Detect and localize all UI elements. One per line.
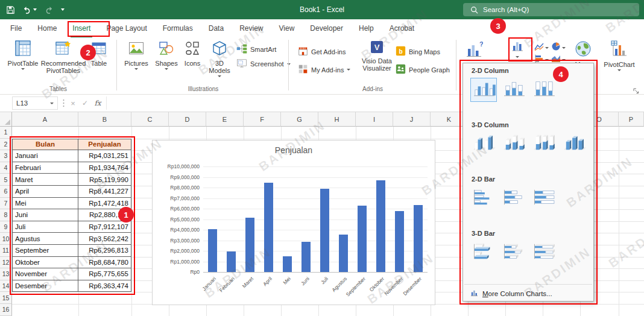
cell-A10[interactable]: Agustus (12, 233, 78, 245)
column-header-I[interactable]: I (356, 112, 393, 127)
gallery-section-title: 3-D Column (472, 121, 593, 128)
chart-type-option-clustered-column-3d[interactable] (470, 132, 497, 156)
column-header-G[interactable]: G (281, 112, 318, 127)
chart-type-option-stacked-bar-100-3d[interactable] (531, 241, 557, 265)
column-header-P[interactable]: P (619, 112, 644, 127)
chart-x-label: Desember (388, 276, 423, 310)
gallery-section: 2-D Column (463, 67, 593, 121)
row-header-5[interactable]: 5 (0, 174, 12, 186)
chart-type-option-stacked-column-100-3d[interactable] (531, 132, 557, 156)
cell-B12[interactable]: Rp8,684,780 (78, 257, 131, 269)
chart-gridline (203, 262, 428, 262)
cell-B9[interactable]: Rp7,912,107 (78, 221, 131, 233)
cell-A14[interactable]: Desember (12, 280, 78, 292)
chart-type-option-stacked-bar-3d[interactable] (500, 241, 527, 265)
chart-bar (301, 242, 311, 272)
chart-type-option-clustered-column[interactable] (470, 78, 497, 102)
chart-x-label: September (332, 276, 367, 310)
row-header-1[interactable]: 1 (0, 127, 12, 139)
cell-B4[interactable]: Rp1,934,764 (78, 162, 131, 174)
chart-x-label: Juni (276, 276, 311, 310)
row-header-2[interactable]: 2 (0, 139, 12, 151)
row-header-4[interactable]: 4 (0, 162, 12, 174)
chart-type-option-stacked-column-100[interactable] (531, 78, 557, 102)
row-header-8[interactable]: 8 (0, 209, 12, 221)
chart-x-label: Mei (257, 276, 292, 310)
cell-A8[interactable]: Juni (12, 209, 78, 221)
cell-A4[interactable]: Februari (12, 162, 78, 174)
row-header-6[interactable]: 6 (0, 186, 12, 198)
row-header-15[interactable]: 15 (0, 292, 12, 304)
chart-x-label: Maret (220, 276, 254, 310)
chart-bar (376, 180, 385, 272)
cell-B14[interactable]: Rp6,363,474 (78, 280, 131, 292)
row-header-12[interactable]: 12 (0, 257, 12, 269)
column-header-C[interactable]: C (131, 112, 169, 127)
cell-A7[interactable]: Mei (12, 198, 78, 210)
cell-A6[interactable]: April (12, 186, 78, 198)
column-header-B[interactable]: B (78, 112, 131, 127)
stacked-bar-icon (501, 188, 526, 209)
chart-x-label: Oktober (351, 276, 385, 310)
chart-gridline (203, 177, 428, 178)
cell-B11[interactable]: Rp6,296,813 (78, 245, 131, 257)
cell-A11[interactable]: September (12, 245, 78, 257)
chart-bar (320, 189, 329, 272)
chart-gridline (203, 209, 428, 209)
column-header-J[interactable]: J (393, 112, 431, 127)
cell-A2[interactable]: Bulan (12, 139, 78, 151)
cell-A9[interactable]: Juli (12, 221, 78, 233)
select-all-button[interactable] (0, 112, 12, 127)
chart-type-option-clustered-bar[interactable] (470, 186, 497, 210)
cell-B6[interactable]: Rp8,441,227 (78, 186, 131, 198)
cell-B2[interactable]: Penjualan (78, 139, 131, 151)
row-header-10[interactable]: 10 (0, 233, 12, 245)
stacked-column-100-icon (531, 79, 557, 101)
chart-gridline (203, 166, 428, 167)
gallery-section: 2-D Bar (463, 175, 593, 230)
stacked-column-100-3d-icon (531, 133, 557, 155)
cell-A5[interactable]: Maret (12, 174, 78, 186)
chart-y-tick-label: Rp1,000,000 (153, 259, 200, 265)
chart-gridline (203, 220, 428, 220)
column-3d-icon (561, 133, 587, 155)
column-header-F[interactable]: F (244, 112, 281, 127)
column-header-A[interactable]: A (12, 112, 78, 127)
chart-y-tick-label: Rp4,000,000 (153, 227, 200, 233)
chart-type-option-stacked-column[interactable] (500, 78, 527, 102)
chart-x-label: April (239, 276, 273, 310)
cell-B3[interactable]: Rp4,031,251 (78, 150, 131, 162)
chart-type-option-clustered-bar-3d[interactable] (470, 241, 497, 265)
chart-bar (283, 256, 292, 272)
clustered-column-icon (471, 79, 496, 101)
cell-B13[interactable]: Rp5,775,655 (78, 268, 131, 280)
column-header-D[interactable]: D (169, 112, 206, 127)
gallery-divider (464, 284, 592, 285)
embedded-chart[interactable]: Penjualan Rp0Rp1,000,000Rp2,000,000Rp3,0… (152, 140, 435, 305)
cell-B10[interactable]: Rp3,562,242 (78, 233, 131, 245)
chart-type-option-column-3d[interactable] (561, 132, 587, 156)
chart-bar (339, 235, 348, 272)
cell-A12[interactable]: Oktober (12, 257, 78, 269)
row-header-9[interactable]: 9 (0, 221, 12, 233)
chart-type-option-stacked-column-3d[interactable] (500, 132, 527, 156)
more-column-charts-item[interactable]: More Column Charts... (463, 287, 593, 300)
chart-type-option-stacked-bar-100[interactable] (531, 186, 557, 210)
chart-bar (414, 205, 423, 272)
row-header-3[interactable]: 3 (0, 150, 12, 162)
chart-x-label: Februari (201, 276, 236, 310)
row-header-11[interactable]: 11 (0, 245, 12, 257)
gallery-section-title: 3-D Bar (472, 230, 593, 237)
row-header-16[interactable]: 16 (0, 304, 12, 316)
row-header-13[interactable]: 13 (0, 268, 12, 280)
chart-bar (245, 218, 254, 272)
row-header-7[interactable]: 7 (0, 198, 12, 210)
chart-type-option-stacked-bar[interactable] (500, 186, 527, 210)
chart-y-tick-label: Rp0 (153, 269, 200, 275)
cell-A3[interactable]: Januari (12, 150, 78, 162)
column-header-H[interactable]: H (318, 112, 356, 127)
row-header-14[interactable]: 14 (0, 280, 12, 292)
cell-B5[interactable]: Rp5,119,990 (78, 174, 131, 186)
column-header-E[interactable]: E (206, 112, 244, 127)
cell-A13[interactable]: November (12, 268, 78, 280)
